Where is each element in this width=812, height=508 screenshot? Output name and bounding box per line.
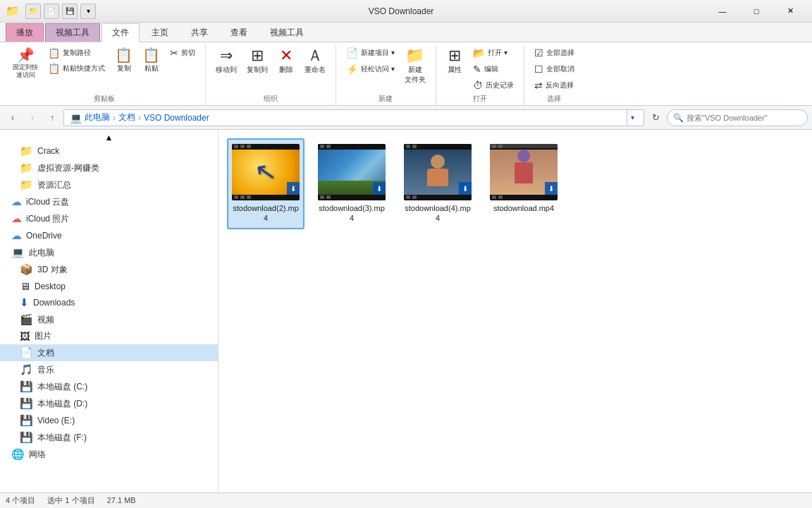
up-btn[interactable]: ↑ — [44, 109, 61, 126]
onedrive-icon: ☁ — [11, 229, 22, 242]
thumb-landscape: ⬇ — [318, 144, 386, 200]
sidebar-item-3d[interactable]: 📦 3D 对象 — [0, 261, 218, 278]
deselect-all-btn[interactable]: ☐ 全部取消 — [530, 61, 579, 77]
sidebar-item-onedrive[interactable]: ☁ OneDrive — [0, 227, 218, 244]
invert-select-label: 反向选择 — [546, 80, 574, 90]
folder-icon: 📁 — [20, 162, 33, 174]
breadcrumb-pc[interactable]: 此电脑 — [85, 111, 110, 123]
icloud-drive-icon: ☁ — [11, 195, 22, 208]
deselect-all-icon: ☐ — [534, 64, 543, 75]
cut-btn[interactable]: ✂ 剪切 — [166, 45, 199, 61]
minimize-btn[interactable]: — — [706, 0, 739, 23]
sidebar-item-music[interactable]: 🎵 音乐 — [0, 361, 218, 378]
sidebar-scroll-up[interactable]: ▲ — [0, 133, 218, 143]
tab-share[interactable]: 共享 — [180, 23, 219, 42]
copy-btn[interactable]: 📋 复制 — [111, 45, 137, 76]
quick-access-btn-3[interactable]: 💾 — [62, 4, 78, 19]
copyto-btn[interactable]: ⊞ 复制到 — [242, 45, 272, 78]
maximize-btn[interactable]: □ — [740, 0, 773, 23]
film-hole — [234, 195, 238, 199]
file-item[interactable]: ⬇ stodownload(3).mp4 — [313, 138, 390, 229]
sidebar-item-local-f[interactable]: 💾 本地磁盘 (F:) — [0, 429, 218, 446]
copy-path-btn[interactable]: 📋 复制路径 — [44, 45, 109, 61]
breadcrumb-docs[interactable]: 文档 — [118, 111, 135, 123]
sidebar-item-video-e[interactable]: 💾 Video (E:) — [0, 412, 218, 429]
sidebar-item-pictures[interactable]: 🖼 图片 — [0, 328, 218, 344]
pin-icon: 📌 — [17, 48, 35, 62]
paste-label: 粘贴 — [144, 64, 159, 73]
invert-select-btn[interactable]: ⇄ 反向选择 — [530, 78, 579, 93]
video-e-icon: 💾 — [20, 414, 33, 427]
edit-btn[interactable]: ✎ 编辑 — [469, 61, 518, 77]
sidebar-item-documents[interactable]: 📄 文档 — [0, 344, 218, 361]
portrait-head — [431, 155, 445, 169]
sidebar-item-icloud-drive[interactable]: ☁ iCloud 云盘 — [0, 193, 218, 210]
sidebar-item-downloads[interactable]: ⬇ Downloads — [0, 294, 218, 311]
tab-view[interactable]: 查看 — [220, 23, 258, 42]
breadcrumb-dropdown[interactable]: ▾ — [627, 109, 638, 126]
delete-btn[interactable]: ✕ 删除 — [273, 45, 299, 78]
search-icon: 🔍 — [673, 113, 684, 123]
new-label: 新建 — [336, 94, 436, 104]
easy-access-btn[interactable]: ⚡ 轻松访问 ▾ — [342, 61, 399, 77]
file-item[interactable]: ⬇ stodownload(4).mp4 — [399, 138, 476, 229]
tab-file[interactable]: 文件 — [102, 23, 140, 42]
status-count: 4 个项目 选中 1 个项目 27.1 MB — [6, 495, 136, 506]
local-c-icon: 💾 — [20, 380, 33, 393]
quick-access-btn-4[interactable]: ▾ — [80, 4, 96, 19]
sidebar-item-this-pc[interactable]: 💻 此电脑 — [0, 244, 218, 261]
title-bar: 📁 📁 📄 💾 ▾ VSO Downloader — □ ✕ — [0, 0, 812, 23]
sidebar-item-desktop[interactable]: 🖥 Desktop — [0, 278, 218, 294]
folder-icon: 📁 — [20, 145, 33, 157]
file-area: ↖ ⬇ stodownload(2).mp4 — [219, 130, 812, 492]
tab-vso[interactable]: 视频工具 — [45, 23, 100, 42]
quick-access-btn-1[interactable]: 📁 — [25, 4, 41, 19]
sidebar-label-network: 网络 — [29, 449, 46, 461]
new-item-btn[interactable]: 📄 新建项目 ▾ — [342, 45, 399, 61]
tab-play[interactable]: 播放 — [6, 23, 44, 42]
rename-btn[interactable]: Ａ 重命名 — [300, 45, 330, 78]
sidebar-item-virtual-res[interactable]: 📁 虚拟资源-网赚类 — [0, 159, 218, 176]
breadcrumb-pc-icon: 💻 — [70, 112, 82, 123]
tab-home[interactable]: 主页 — [141, 23, 179, 42]
copy-path-icon: 📋 — [48, 47, 60, 59]
properties-btn[interactable]: ⊞ 属性 — [442, 45, 467, 78]
history-label: 历史记录 — [486, 80, 514, 90]
sidebar-item-res-summary[interactable]: 📁 资源汇总 — [0, 176, 218, 193]
rename-icon: Ａ — [307, 48, 323, 64]
history-btn[interactable]: ⏱ 历史记录 — [469, 78, 518, 93]
move-btn[interactable]: ⇒ 移动到 — [211, 45, 241, 78]
deselect-all-label: 全部取消 — [546, 64, 574, 74]
paste-shortcut-icon: 📋 — [48, 63, 60, 74]
refresh-btn[interactable]: ↻ — [647, 109, 664, 126]
cursor-icon: ↖ — [253, 156, 279, 189]
paste-shortcut-btn[interactable]: 📋 粘贴快捷方式 — [44, 61, 109, 76]
sidebar-label-virtual-res: 虚拟资源-网赚类 — [37, 162, 99, 174]
open-label: 打开 ▾ — [488, 48, 508, 58]
sidebar-item-local-d[interactable]: 💾 本地磁盘 (D:) — [0, 395, 218, 412]
close-btn[interactable]: ✕ — [774, 0, 806, 23]
file-item[interactable]: ↖ ⬇ stodownload(2).mp4 — [227, 138, 304, 229]
pin-btn[interactable]: 📌 固定到快速访问 — [8, 45, 42, 82]
paste-btn[interactable]: 📋 粘贴 — [138, 45, 164, 76]
open-btn[interactable]: 📂 打开 ▾ — [469, 45, 518, 61]
back-btn[interactable]: ‹ — [4, 109, 21, 126]
sidebar-item-crack[interactable]: 📁 Crack — [0, 143, 218, 159]
film-hole — [406, 195, 410, 199]
portrait-body — [427, 169, 448, 186]
sidebar-item-icloud-photos[interactable]: ☁ iCloud 照片 — [0, 210, 218, 227]
quick-access-btn-2[interactable]: 📄 — [44, 4, 59, 19]
breadcrumb-vso[interactable]: VSO Downloader — [144, 113, 209, 123]
sidebar-item-videos[interactable]: 🎬 视频 — [0, 311, 218, 328]
file-thumb-1: ↖ ⬇ — [232, 144, 300, 200]
sidebar-item-local-c[interactable]: 💾 本地磁盘 (C:) — [0, 378, 218, 395]
sidebar-item-network[interactable]: 🌐 网络 — [0, 446, 218, 463]
search-input[interactable] — [687, 114, 801, 122]
tab-video-tools[interactable]: 视频工具 — [259, 23, 314, 42]
copy-label: 复制 — [117, 64, 131, 73]
select-all-btn[interactable]: ☑ 全部选择 — [530, 45, 579, 61]
new-folder-btn[interactable]: 📁 新建文件夹 — [400, 45, 430, 87]
thumb-portrait: ⬇ — [404, 144, 472, 200]
film-hole — [240, 195, 245, 199]
file-item[interactable]: ⬇ stodownload.mp4 — [485, 138, 562, 229]
